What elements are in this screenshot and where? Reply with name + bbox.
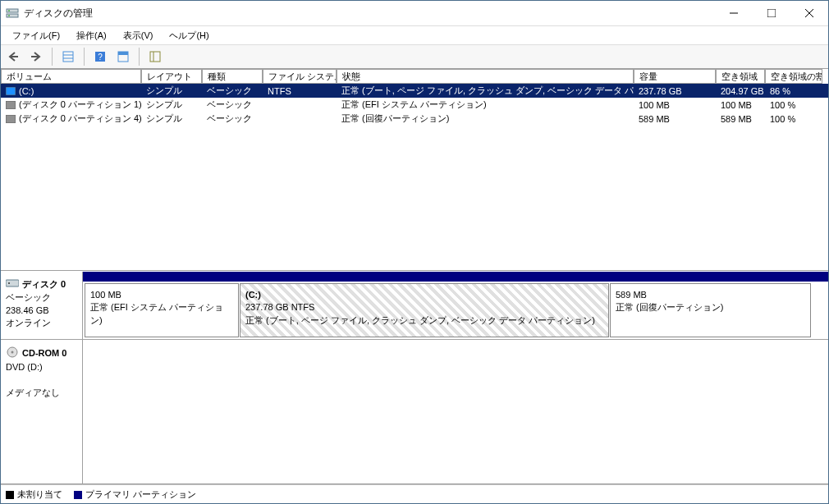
volume-list: ボリューム レイアウト 種類 ファイル システム 状態 容量 空き領域 空き領域… bbox=[1, 69, 828, 271]
window-title: ディスクの管理 bbox=[24, 7, 715, 21]
legend-unallocated: 未割り当て bbox=[6, 488, 62, 501]
partition-block[interactable]: 100 MB正常 (EFI システム パーティション) bbox=[85, 283, 239, 337]
legend-primary: プライマリ パーティション bbox=[74, 488, 196, 501]
graphical-view: ディスク 0 ベーシック 238.46 GB オンライン 100 MB正常 (E… bbox=[1, 271, 828, 484]
header-volume[interactable]: ボリューム bbox=[1, 69, 141, 84]
partition-block[interactable]: 589 MB正常 (回復パーティション) bbox=[610, 283, 811, 337]
header-percent[interactable]: 空き領域の割合 bbox=[765, 69, 822, 84]
svg-rect-17 bbox=[150, 52, 160, 62]
svg-text:?: ? bbox=[98, 53, 103, 62]
table-row[interactable]: (C:)シンプルベーシックNTFS正常 (ブート, ページ ファイル, クラッシ… bbox=[1, 84, 828, 98]
maximize-button[interactable] bbox=[753, 1, 790, 25]
volume-list-body: (C:)シンプルベーシックNTFS正常 (ブート, ページ ファイル, クラッシ… bbox=[1, 84, 828, 270]
svg-rect-21 bbox=[6, 115, 16, 123]
back-button[interactable] bbox=[2, 46, 24, 67]
cdrom-icon bbox=[6, 346, 19, 361]
svg-rect-22 bbox=[6, 280, 19, 286]
disk0-partitions: 100 MB正常 (EFI システム パーティション)(C:)237.78 GB… bbox=[83, 282, 828, 339]
legend-unallocated-swatch bbox=[6, 491, 14, 499]
header-type[interactable]: 種類 bbox=[202, 69, 263, 84]
app-icon bbox=[6, 7, 19, 20]
svg-point-23 bbox=[8, 282, 10, 284]
toolbar-sep-3 bbox=[139, 48, 140, 66]
header-filesystem[interactable]: ファイル システム bbox=[263, 69, 337, 84]
table-row[interactable]: (ディスク 0 パーティション 4)シンプルベーシック正常 (回復パーティション… bbox=[1, 112, 828, 126]
svg-rect-20 bbox=[6, 101, 16, 109]
disk0-name: ディスク 0 bbox=[22, 279, 66, 289]
cdrom-name: CD-ROM 0 bbox=[22, 348, 66, 358]
view-list-button[interactable] bbox=[57, 46, 79, 67]
disk0-bar bbox=[83, 272, 828, 282]
header-status[interactable]: 状態 bbox=[337, 69, 634, 84]
help-button[interactable]: ? bbox=[89, 46, 111, 67]
header-free[interactable]: 空き領域 bbox=[716, 69, 765, 84]
disk0-label: ディスク 0 ベーシック 238.46 GB オンライン bbox=[1, 272, 83, 339]
disk0-type: ベーシック bbox=[6, 292, 51, 302]
view-graphical-button[interactable] bbox=[112, 46, 134, 67]
minimize-button[interactable] bbox=[715, 1, 753, 25]
properties-button[interactable] bbox=[144, 46, 166, 67]
cdrom-empty-area bbox=[83, 340, 828, 483]
cdrom-state: メディアなし bbox=[6, 387, 60, 397]
svg-point-25 bbox=[11, 351, 14, 354]
menu-help[interactable]: ヘルプ(H) bbox=[161, 28, 217, 44]
disk-icon bbox=[6, 278, 19, 291]
cdrom-label: CD-ROM 0 DVD (D:) メディアなし bbox=[1, 340, 83, 483]
menu-view[interactable]: 表示(V) bbox=[115, 28, 162, 44]
toolbar: ? bbox=[1, 45, 828, 69]
cdrom-panel[interactable]: CD-ROM 0 DVD (D:) メディアなし bbox=[1, 340, 828, 484]
toolbar-sep-2 bbox=[84, 48, 85, 66]
svg-rect-5 bbox=[767, 9, 776, 17]
table-row[interactable]: (ディスク 0 パーティション 1)シンプルベーシック正常 (EFI システム … bbox=[1, 98, 828, 112]
titlebar: ディスクの管理 bbox=[1, 1, 828, 26]
volume-list-header: ボリューム レイアウト 種類 ファイル システム 状態 容量 空き領域 空き領域… bbox=[1, 69, 828, 84]
menubar: ファイル(F) 操作(A) 表示(V) ヘルプ(H) bbox=[1, 26, 828, 45]
disk0-state: オンライン bbox=[6, 318, 51, 328]
menu-file[interactable]: ファイル(F) bbox=[4, 28, 68, 44]
svg-rect-10 bbox=[63, 52, 73, 62]
disk0-panel[interactable]: ディスク 0 ベーシック 238.46 GB オンライン 100 MB正常 (E… bbox=[1, 272, 828, 340]
header-layout[interactable]: レイアウト bbox=[141, 69, 202, 84]
legend: 未割り当て プライマリ パーティション bbox=[1, 484, 828, 503]
disk-management-window: { "title": "ディスクの管理", "menus": {"file":"… bbox=[0, 0, 829, 504]
close-button[interactable] bbox=[790, 1, 828, 25]
partition-block[interactable]: (C:)237.78 GB NTFS正常 (ブート, ページ ファイル, クラッ… bbox=[240, 283, 609, 337]
svg-rect-19 bbox=[6, 87, 16, 95]
legend-primary-swatch bbox=[74, 491, 82, 499]
menu-action[interactable]: 操作(A) bbox=[68, 28, 115, 44]
header-capacity[interactable]: 容量 bbox=[634, 69, 716, 84]
window-buttons bbox=[715, 1, 828, 25]
toolbar-sep-1 bbox=[52, 48, 53, 66]
disk0-capacity: 238.46 GB bbox=[6, 305, 49, 315]
svg-point-3 bbox=[8, 15, 10, 16]
svg-point-2 bbox=[8, 10, 10, 11]
disk0-volumes: 100 MB正常 (EFI システム パーティション)(C:)237.78 GB… bbox=[83, 272, 828, 339]
cdrom-device: DVD (D:) bbox=[6, 362, 43, 372]
forward-button[interactable] bbox=[25, 46, 47, 67]
svg-rect-16 bbox=[118, 52, 128, 55]
